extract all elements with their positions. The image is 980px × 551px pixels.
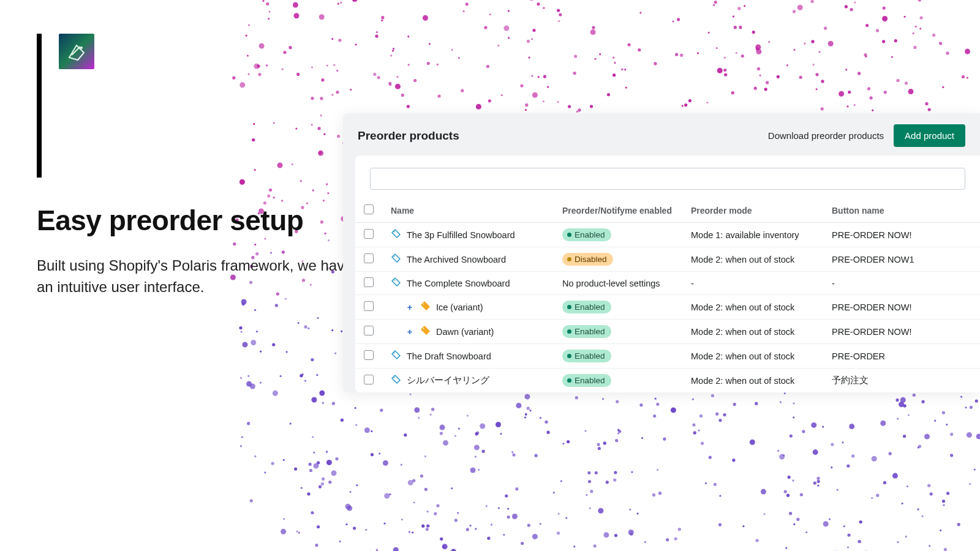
table-row[interactable]: +Dawn (variant)EnabledMode 2: when out o… (355, 320, 980, 344)
table-row[interactable]: The Draft SnowboardEnabledMode 2: when o… (355, 344, 980, 369)
svg-point-604 (845, 5, 848, 8)
svg-point-248 (454, 435, 456, 437)
svg-point-142 (618, 430, 621, 433)
svg-point-644 (313, 452, 315, 454)
svg-point-415 (451, 549, 456, 551)
svg-point-360 (383, 523, 385, 525)
svg-point-780 (802, 430, 805, 433)
svg-point-327 (388, 82, 391, 85)
svg-point-132 (474, 444, 480, 450)
svg-point-602 (793, 10, 796, 13)
svg-point-231 (913, 46, 916, 49)
svg-point-343 (317, 317, 319, 319)
svg-point-191 (241, 299, 247, 305)
svg-point-375 (708, 32, 710, 34)
svg-point-194 (896, 399, 899, 402)
svg-point-563 (614, 62, 616, 64)
svg-point-852 (350, 491, 352, 493)
svg-point-497 (845, 69, 847, 70)
svg-point-737 (950, 433, 953, 436)
row-checkbox[interactable] (364, 326, 374, 335)
table-row[interactable]: The Complete SnowboardNo product-level s… (355, 272, 980, 295)
svg-point-269 (829, 518, 831, 520)
svg-point-406 (424, 455, 426, 457)
svg-point-5 (786, 64, 788, 66)
expand-icon[interactable]: + (405, 302, 414, 312)
svg-point-295 (373, 73, 376, 76)
svg-point-794 (617, 432, 619, 434)
svg-point-962 (424, 488, 428, 491)
svg-point-843 (755, 402, 758, 405)
svg-point-465 (671, 407, 676, 413)
select-all-checkbox[interactable] (364, 204, 374, 214)
svg-point-537 (784, 490, 787, 493)
row-checkbox[interactable] (364, 277, 374, 287)
svg-point-45 (817, 485, 819, 487)
table-row[interactable]: The 3p Fulfilled SnowboardEnabledMode 1:… (355, 223, 980, 247)
svg-point-666 (822, 425, 824, 427)
table-row[interactable]: +Ice (variant)EnabledMode 2: when out of… (355, 295, 980, 320)
svg-point-878 (326, 451, 328, 452)
svg-point-899 (786, 494, 790, 497)
svg-point-946 (335, 457, 338, 460)
status-text: No product-level settings (562, 279, 660, 288)
svg-point-920 (326, 460, 332, 465)
svg-point-60 (813, 64, 815, 66)
svg-point-969 (656, 403, 659, 406)
svg-point-865 (437, 64, 439, 66)
row-checkbox[interactable] (364, 229, 374, 239)
svg-point-667 (247, 375, 249, 377)
svg-point-741 (530, 410, 532, 411)
svg-point-668 (300, 374, 303, 377)
table-row[interactable]: シルバーイヤリングEnabledMode 2: when out of stoc… (355, 369, 980, 393)
svg-point-143 (540, 523, 541, 525)
svg-point-50 (311, 397, 317, 403)
svg-point-328 (298, 322, 300, 324)
status-text: Enabled (575, 302, 605, 312)
download-button[interactable]: Download preorder products (768, 130, 884, 141)
svg-point-776 (811, 422, 816, 428)
svg-point-144 (312, 436, 314, 438)
table-row[interactable]: The Archived SnowboardDisabledMode 2: wh… (355, 247, 980, 272)
svg-point-355 (390, 84, 391, 86)
svg-point-274 (813, 481, 816, 484)
svg-point-62 (524, 394, 530, 399)
row-checkbox[interactable] (364, 375, 374, 384)
svg-point-242 (254, 455, 256, 457)
svg-point-419 (240, 377, 242, 379)
svg-point-559 (922, 400, 925, 403)
svg-point-474 (413, 501, 415, 503)
svg-point-866 (777, 75, 780, 78)
svg-point-568 (960, 396, 962, 398)
svg-point-151 (628, 530, 634, 535)
svg-point-1023 (394, 353, 395, 354)
row-checkbox[interactable] (364, 253, 374, 263)
svg-point-21 (741, 54, 744, 58)
svg-point-856 (440, 538, 443, 541)
svg-point-466 (752, 31, 755, 34)
product-tag-icon (391, 253, 401, 265)
svg-point-339 (905, 536, 907, 538)
search-input[interactable] (370, 168, 965, 190)
svg-point-346 (606, 481, 609, 484)
svg-point-925 (498, 507, 500, 509)
svg-point-748 (970, 406, 973, 409)
mode-text: Mode 2: when out of stock (691, 376, 794, 386)
svg-point-24 (401, 94, 404, 97)
variant-tag-icon (420, 301, 430, 313)
svg-point-943 (864, 53, 867, 56)
row-checkbox[interactable] (364, 301, 374, 311)
svg-point-902 (756, 539, 759, 542)
expand-icon[interactable]: + (405, 327, 414, 337)
svg-point-0 (903, 435, 906, 438)
row-checkbox[interactable] (364, 350, 374, 360)
button-name-text: 予約注文 (832, 375, 869, 385)
svg-point-54 (793, 523, 795, 525)
svg-point-814 (356, 484, 358, 486)
svg-point-185 (903, 404, 907, 407)
add-product-button[interactable]: Add product (894, 124, 965, 147)
svg-point-450 (967, 432, 972, 438)
svg-point-981 (311, 358, 314, 361)
svg-point-262 (597, 443, 600, 446)
svg-point-522 (654, 62, 657, 65)
